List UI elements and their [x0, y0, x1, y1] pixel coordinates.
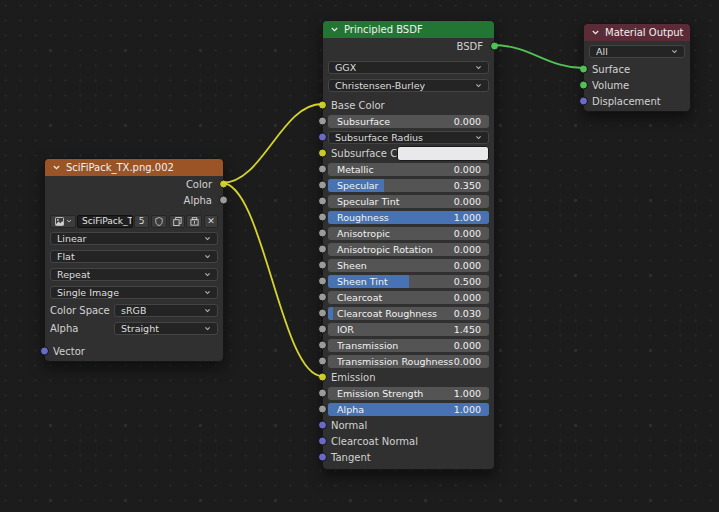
shield-icon [155, 217, 163, 226]
image-browse-button[interactable] [50, 215, 76, 228]
image-name-field[interactable]: SciFiPack_T... [77, 215, 133, 228]
slider-value: 0.000 [454, 164, 481, 175]
input-socket-surface[interactable] [579, 65, 588, 74]
collapse-chevron-icon[interactable] [591, 28, 600, 37]
subsurface-slider[interactable]: Subsurface0.000 [328, 115, 489, 128]
bsdf-row-metallic: Metallic0.000 [323, 161, 494, 177]
specular-slider[interactable]: Specular0.350 [328, 179, 489, 192]
input-socket-clearcoat[interactable] [318, 293, 327, 302]
input-socket-transmission-roughness[interactable] [318, 357, 327, 366]
node-title: Material Output [605, 27, 684, 38]
single-image-dropdown[interactable]: Single Image [50, 286, 218, 299]
input-socket-sheen-tint[interactable] [318, 277, 327, 286]
christensen-burley-dropdown[interactable]: Christensen-Burley [328, 79, 489, 92]
anisotropic-rotation-slider[interactable]: Anisotropic Rotation0.000 [328, 243, 489, 256]
bsdf-output-row: BSDF [323, 38, 494, 54]
dropdown-row-single-image: Single Image [45, 283, 223, 301]
alpha-slider[interactable]: Alpha1.000 [328, 403, 489, 416]
clearcoat-slider[interactable]: Clearcoat0.000 [328, 291, 489, 304]
input-socket-specular-tint[interactable] [318, 197, 327, 206]
flat-dropdown[interactable]: Flat [50, 250, 218, 263]
input-socket-subsurface-radius[interactable] [318, 133, 327, 142]
output-socket-bsdf[interactable] [490, 42, 499, 51]
bsdf-row-subsurface: Subsurface0.000 [323, 113, 494, 129]
dropdown-value: GGX [335, 62, 356, 73]
pack-button[interactable] [186, 215, 202, 228]
node-editor-canvas[interactable]: SciFiPack_TX.png.002 ColorAlpha SciFiPac… [0, 0, 719, 512]
dropdown-row-linear: Linear [45, 229, 223, 247]
slider-label: Anisotropic [337, 228, 454, 239]
input-socket-subsurface[interactable] [318, 117, 327, 126]
anisotropic-slider[interactable]: Anisotropic0.000 [328, 227, 489, 240]
subsurface-radius-dropdown[interactable]: Subsurface Radius [328, 131, 489, 144]
input-socket-emission-strength[interactable] [318, 389, 327, 398]
alpha-dropdown[interactable]: Straight [114, 322, 218, 335]
input-socket-anisotropic-rotation[interactable] [318, 245, 327, 254]
new-copy-button[interactable] [169, 215, 185, 228]
image-datablock-row: SciFiPack_T... 5 ✕ [45, 213, 223, 229]
ggx-dropdown[interactable]: GGX [328, 61, 489, 74]
clearcoat-roughness-slider[interactable]: Clearcoat Roughness0.030 [328, 307, 489, 320]
fake-user-shield-button[interactable] [151, 215, 167, 228]
node-principled-bsdf[interactable]: Principled BSDF BSDF GGXChristensen-Burl… [322, 20, 495, 470]
emission-strength-slider[interactable]: Emission Strength1.000 [328, 387, 489, 400]
node-material-output[interactable]: Material Output All SurfaceVolumeDisplac… [583, 23, 691, 112]
slider-value: 0.000 [454, 340, 481, 351]
subsurface-color-swatch[interactable] [397, 146, 489, 161]
prop-label: Color Space [50, 305, 114, 316]
input-socket-anisotropic[interactable] [318, 229, 327, 238]
input-socket-alpha[interactable] [318, 405, 327, 414]
input-socket-tangent[interactable] [318, 453, 327, 462]
input-label: Tangent [331, 452, 371, 463]
input-socket-roughness[interactable] [318, 213, 327, 222]
node-principled-bsdf-header[interactable]: Principled BSDF [323, 21, 494, 38]
node-material-output-header[interactable]: Material Output [584, 24, 690, 41]
output-socket-alpha[interactable] [219, 196, 228, 205]
node-image-texture[interactable]: SciFiPack_TX.png.002 ColorAlpha SciFiPac… [44, 158, 224, 362]
collapse-chevron-icon[interactable] [330, 25, 339, 34]
repeat-dropdown[interactable]: Repeat [50, 268, 218, 281]
sheen-slider[interactable]: Sheen0.000 [328, 259, 489, 272]
specular-tint-slider[interactable]: Specular Tint0.000 [328, 195, 489, 208]
node-image-texture-header[interactable]: SciFiPack_TX.png.002 [45, 159, 223, 176]
input-socket-displacement[interactable] [579, 97, 588, 106]
input-socket-volume[interactable] [579, 81, 588, 90]
collapse-chevron-icon[interactable] [52, 163, 61, 172]
node-title: SciFiPack_TX.png.002 [66, 162, 174, 173]
unlink-button[interactable]: ✕ [204, 215, 218, 228]
roughness-slider[interactable]: Roughness1.000 [328, 211, 489, 224]
dropdown-value: Christensen-Burley [335, 80, 425, 91]
slider-label: Metallic [337, 164, 454, 175]
image-icon [55, 217, 64, 226]
input-socket-clearcoat-roughness[interactable] [318, 309, 327, 318]
output-socket-color[interactable] [219, 180, 228, 189]
input-socket-normal[interactable] [318, 421, 327, 430]
linear-dropdown[interactable]: Linear [50, 232, 218, 245]
input-socket-base-color[interactable] [318, 101, 327, 110]
input-socket-metallic[interactable] [318, 165, 327, 174]
input-socket-transmission[interactable] [318, 341, 327, 350]
input-socket-sheen[interactable] [318, 261, 327, 270]
chevron-down-icon [475, 82, 482, 89]
input-socket-specular[interactable] [318, 181, 327, 190]
input-label: Emission [331, 372, 376, 383]
bsdf-row-roughness: Roughness1.000 [323, 209, 494, 225]
transmission-roughness-slider[interactable]: Transmission Roughness0.000 [328, 355, 489, 368]
dropdown-row-ggx: GGX [323, 58, 494, 76]
slider-value: 0.000 [454, 260, 481, 271]
image-users-count-button[interactable]: 5 [134, 215, 149, 228]
output-target-dropdown[interactable]: All [589, 45, 685, 58]
color-space-dropdown[interactable]: sRGB [114, 304, 218, 317]
sheen-tint-slider[interactable]: Sheen Tint0.500 [328, 275, 489, 288]
transmission-slider[interactable]: Transmission0.000 [328, 339, 489, 352]
metallic-slider[interactable]: Metallic0.000 [328, 163, 489, 176]
prop-row-color-space: Color SpacesRGB [45, 301, 223, 319]
input-socket-emission[interactable] [318, 373, 327, 382]
chevron-down-icon [204, 253, 211, 260]
input-socket-vector[interactable] [40, 347, 49, 356]
input-socket-clearcoat-normal[interactable] [318, 437, 327, 446]
chevron-down-icon [66, 218, 72, 224]
input-socket-ior[interactable] [318, 325, 327, 334]
ior-slider[interactable]: IOR1.450 [328, 323, 489, 336]
input-socket-subsurface-color[interactable] [318, 149, 327, 158]
